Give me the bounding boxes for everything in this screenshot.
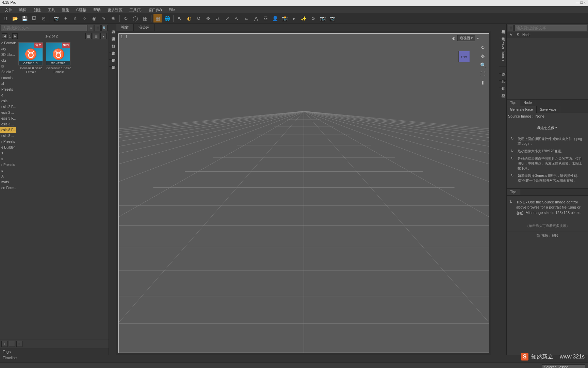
page-prev-icon[interactable]: ◄ [2, 33, 7, 39]
content-thumb[interactable]: 角色♉GENESISGenesis 8 Basic Female [18, 42, 44, 74]
tree-item[interactable]: Studio T... [0, 69, 16, 75]
grid-icon[interactable]: ▦ [153, 14, 162, 22]
still-cam-icon[interactable]: 📷 [318, 14, 327, 22]
side-tab[interactable]: 门标 [109, 38, 116, 45]
side-tab[interactable]: 渲染 [499, 66, 506, 74]
side-tab[interactable]: 模型 [499, 88, 506, 95]
side-tab[interactable]: 显示设置 [109, 60, 116, 67]
video-action-label[interactable]: 视频：捏脸 [541, 234, 558, 237]
side-tab[interactable]: 照相机 [499, 24, 506, 31]
morph-icon[interactable]: ∿ [233, 14, 241, 22]
content-thumb[interactable]: 角色♉GENESISGenesis 8.1 Basic Female [46, 42, 71, 74]
viewport-tab[interactable]: 渲染库 [134, 24, 155, 31]
remove-icon[interactable]: − [16, 341, 22, 347]
frame-icon[interactable]: ⛶ [479, 71, 486, 77]
viewport-tab[interactable]: 视窗 [116, 24, 134, 31]
camera-tool-icon[interactable]: 📷 [52, 14, 60, 22]
category-tree[interactable]: o Formatsary3D Libr...ckslsStudio T...nm… [0, 40, 16, 339]
polygon-icon[interactable]: ▱ [242, 14, 250, 22]
tree-item[interactable]: r Presets [0, 139, 16, 144]
spray-tool-icon[interactable]: ✺ [109, 14, 117, 22]
weight-tool-icon[interactable]: ✧ [81, 14, 89, 22]
zoom-icon[interactable]: 🔍 [479, 62, 486, 68]
tags-tab[interactable]: Tags [0, 348, 109, 355]
lasso-icon[interactable]: ◐ [185, 14, 193, 22]
bone-tool-icon[interactable]: ⋔ [71, 14, 79, 22]
tree-item[interactable]: esis 8 F... [0, 127, 16, 133]
tree-item[interactable]: r Presets [0, 162, 16, 168]
tree-item[interactable]: o Formats [0, 40, 16, 46]
spotlight-tool-icon[interactable]: ◉ [90, 14, 98, 22]
translate-icon[interactable]: ⇄ [214, 14, 222, 22]
menu-3[interactable]: 工具 [44, 7, 59, 12]
tree-item[interactable]: s [0, 156, 16, 162]
viewport-menu-icon[interactable]: ▾ [477, 36, 479, 40]
menu-4[interactable]: 渲染 [59, 7, 73, 12]
view-list-icon[interactable]: ☰ [93, 33, 99, 39]
tree-item[interactable]: esis [0, 98, 16, 104]
side-tab[interactable]: 灯光设置 [109, 52, 116, 60]
cam-photo-icon[interactable]: 📸 [280, 14, 289, 22]
tree-item[interactable]: esis 3 ... [0, 121, 16, 127]
tree-item[interactable]: nments [0, 75, 16, 81]
tree-item[interactable]: ls [0, 63, 16, 69]
menu-9[interactable]: 窗口(W) [145, 7, 165, 12]
gen-tab[interactable]: Save Face [537, 106, 560, 113]
magic-icon[interactable]: ✨ [299, 14, 308, 22]
globe-icon[interactable]: 🌐 [163, 14, 171, 22]
frame-icon[interactable]: ▦ [141, 14, 149, 22]
play-tool-icon[interactable]: ▸ [290, 14, 298, 22]
scene-filter-input[interactable] [514, 25, 587, 31]
orbit-icon[interactable]: ◯ [131, 14, 140, 22]
timeline-panel[interactable]: Timeline [0, 355, 588, 363]
gen-tab[interactable]: Generate Face [507, 106, 537, 113]
menu-8[interactable]: 工具(T) [126, 7, 145, 12]
side-tab[interactable]: 曲面设置 [109, 31, 116, 38]
menu-0[interactable]: 文件 [1, 7, 16, 12]
tree-item[interactable]: cks [0, 58, 16, 63]
capture-icon[interactable]: 📷 [328, 14, 336, 22]
panel-menu-icon[interactable]: ☰ [508, 25, 514, 31]
menu-5[interactable]: C链接 [73, 7, 90, 12]
rotate-icon[interactable]: ↻ [122, 14, 130, 22]
mesh-icon[interactable]: ☲ [261, 14, 270, 22]
side-tab[interactable]: 工具 [499, 74, 506, 81]
nav-cube[interactable]: Front [458, 51, 472, 64]
side-tab[interactable]: 内容 [109, 24, 116, 31]
side-tab[interactable]: 场景 [499, 31, 506, 38]
reset-icon[interactable]: ⬆ [479, 79, 486, 86]
tree-item[interactable]: esis 2 F... [0, 104, 16, 110]
tree-item[interactable]: e [0, 92, 16, 98]
tree-item[interactable]: A [0, 173, 16, 179]
source-image-value[interactable]: None [536, 114, 544, 118]
tip-arrow-icon[interactable]: ↻ [509, 200, 513, 215]
side-tab[interactable]: 渲染设置 [109, 45, 116, 52]
tree-item[interactable]: 3D Libr... [0, 52, 16, 58]
side-tab[interactable]: 灯光 [499, 81, 506, 88]
gear-icon[interactable]: ⚙ [309, 14, 317, 22]
tree-item[interactable]: esis 3 F... [0, 116, 16, 121]
person-icon[interactable]: 👤 [271, 14, 279, 22]
save-as-icon[interactable]: 🖫 [30, 14, 38, 22]
search-go-icon[interactable]: 🔍 [101, 25, 108, 31]
orbit-icon[interactable]: ↻ [479, 44, 486, 51]
menu-2[interactable]: 创建 [30, 7, 44, 12]
tree-item[interactable]: ort Form... [0, 185, 16, 191]
scale-icon[interactable]: ⤢ [223, 14, 231, 22]
tree-item[interactable]: Presets [0, 87, 16, 92]
move-xyz-icon[interactable]: ✥ [204, 14, 212, 22]
orbit-cam-icon[interactable]: ↺ [195, 14, 203, 22]
cursor-icon[interactable]: ↖ [176, 14, 184, 22]
anim-tool-icon[interactable]: ✦ [62, 14, 70, 22]
import-icon[interactable]: ⎘ [39, 14, 48, 22]
tree-item[interactable]: mats [0, 179, 16, 185]
tree-item[interactable]: s [0, 168, 16, 173]
side-tab[interactable]: Face Transfer [499, 38, 506, 66]
menu-6[interactable]: 帮助 [90, 7, 104, 12]
lesson-select[interactable]: Select a Lesson... [542, 364, 586, 368]
pan-icon[interactable]: ✥ [479, 53, 486, 60]
file-new-icon[interactable]: 🗋 [1, 14, 10, 22]
library-search-input[interactable] [1, 25, 87, 31]
shading-icon[interactable]: ◐ [452, 36, 455, 40]
folder-open-icon[interactable]: 📂 [11, 14, 19, 22]
